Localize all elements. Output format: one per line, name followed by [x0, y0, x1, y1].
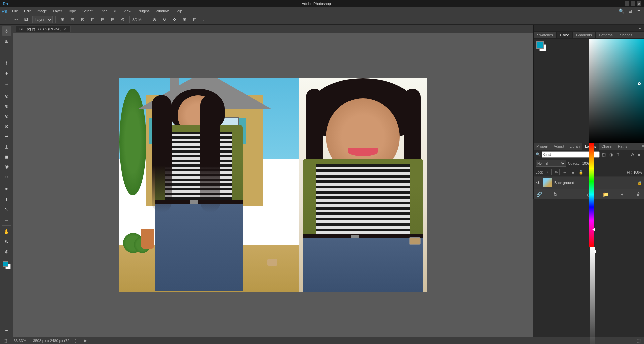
align-right-edges-btn[interactable]: ⊠: [78, 16, 87, 24]
align-left-edges-btn[interactable]: ⊞: [58, 16, 66, 24]
foreground-color-box[interactable]: [3, 261, 8, 267]
path-select-btn[interactable]: ↖: [2, 204, 11, 214]
extra-tools-btn[interactable]: •••: [2, 326, 11, 335]
delete-layer-btn[interactable]: 🗑: [635, 191, 642, 198]
object-select-btn[interactable]: ✦: [2, 69, 11, 78]
tab-properties[interactable]: Propert: [534, 143, 551, 150]
lock-all-btn[interactable]: 🔒: [578, 169, 584, 175]
statusbar-right-btn[interactable]: ⬚: [637, 338, 641, 343]
healing-tool-btn[interactable]: ⊕: [2, 101, 11, 111]
minimize-button[interactable]: —: [625, 1, 629, 6]
layer-transform-icon[interactable]: ⧉: [22, 16, 30, 24]
home-button[interactable]: ⌂: [2, 16, 10, 24]
tab-swatches[interactable]: Swatches: [534, 32, 557, 38]
3d-scale-btn[interactable]: ⊡: [191, 16, 199, 24]
brush-tool-btn[interactable]: ⊘: [2, 111, 11, 121]
eyedropper-tool-btn[interactable]: ⊘: [2, 91, 11, 101]
lock-image-btn[interactable]: ✏: [554, 169, 560, 175]
tab-patterns[interactable]: Patterns: [596, 32, 616, 38]
new-group-btn[interactable]: 📁: [602, 191, 609, 198]
history-brush-btn[interactable]: ↩: [2, 132, 11, 141]
add-mask-btn[interactable]: ⬚: [569, 191, 576, 198]
doc-tab-close-btn[interactable]: ✕: [64, 27, 67, 31]
eraser-tool-btn[interactable]: ◫: [2, 142, 11, 151]
crop-tool-btn[interactable]: ⌗: [2, 79, 11, 88]
layer-effects-btn[interactable]: fx: [552, 191, 559, 198]
menu-edit[interactable]: Edit: [21, 8, 33, 14]
menu-3d[interactable]: 3D: [110, 8, 120, 14]
gradient-field[interactable]: [589, 39, 644, 143]
rotate-view-btn[interactable]: ↻: [2, 237, 11, 246]
tab-adjustments[interactable]: Adjust: [551, 143, 567, 150]
layer-filter-toggle-btn[interactable]: ●: [636, 152, 642, 158]
close-button[interactable]: ✕: [637, 1, 641, 6]
statusbar-toggle-btn[interactable]: ⬚: [3, 338, 7, 343]
statusbar-arrow-btn[interactable]: ▶: [84, 338, 87, 343]
lock-artboard-btn[interactable]: ⊞: [570, 169, 576, 175]
3d-slide-btn[interactable]: ⊞: [181, 16, 189, 24]
lock-position-btn[interactable]: ✛: [562, 169, 568, 175]
tab-color[interactable]: Color: [557, 32, 573, 38]
align-vertical-centers-btn[interactable]: ⊟: [99, 16, 107, 24]
menu-filter[interactable]: Filter: [96, 8, 109, 14]
layer-filter-pixel-btn[interactable]: ⬚: [601, 152, 607, 158]
shape-tool-btn[interactable]: □: [2, 214, 11, 224]
layer-filter-shape-btn[interactable]: □: [622, 152, 628, 158]
marquee-tool-btn[interactable]: ⬚: [2, 49, 11, 58]
dodge-tool-btn[interactable]: ○: [2, 172, 11, 181]
link-layers-btn[interactable]: 🔗: [536, 191, 542, 198]
hue-slider[interactable]: [589, 143, 594, 247]
search-icon[interactable]: 🔍: [617, 7, 625, 15]
layer-mode-select[interactable]: Layer Group: [32, 16, 53, 23]
layer-filter-type-btn[interactable]: T: [615, 152, 621, 158]
tab-libraries[interactable]: Librari: [567, 143, 583, 150]
menu-plugins[interactable]: Plugins: [135, 8, 152, 14]
tab-gradients[interactable]: Gradients: [573, 32, 596, 38]
opacity-slider[interactable]: [590, 247, 595, 344]
layer-filter-adjust-btn[interactable]: ◑: [608, 152, 614, 158]
distribute-btn[interactable]: ⊜: [119, 16, 127, 24]
menu-view[interactable]: View: [121, 8, 134, 14]
menu-help[interactable]: Help: [172, 8, 185, 14]
move-tool-btn[interactable]: ⊹: [2, 26, 11, 36]
arrange-windows-icon[interactable]: ⊞: [626, 7, 634, 15]
3d-rotate-btn[interactable]: ⊙: [151, 16, 159, 24]
align-top-edges-btn[interactable]: ⊡: [89, 16, 97, 24]
lock-transparent-btn[interactable]: ⬚: [546, 169, 552, 175]
align-horizontal-centers-btn[interactable]: ⊟: [68, 16, 76, 24]
3d-roll-btn[interactable]: ↻: [161, 16, 169, 24]
maximize-button[interactable]: □: [631, 1, 635, 6]
blend-mode-select[interactable]: Normal Multiply Screen Overlay: [536, 160, 566, 167]
color-gradient-picker[interactable]: [589, 39, 644, 143]
workspace-icon[interactable]: ≡: [635, 7, 643, 15]
canvas-area[interactable]: BG.jpg @ 33.3% (RGB/8) ✕: [13, 25, 533, 337]
menu-image[interactable]: Image: [34, 8, 50, 14]
layers-panel-menu-btn[interactable]: ≡: [642, 143, 644, 150]
menu-layer[interactable]: Layer: [50, 8, 65, 14]
tab-shapes[interactable]: Shapes: [616, 32, 636, 38]
layer-filter-smart-btn[interactable]: ⊙: [629, 152, 635, 158]
pen-tool-btn[interactable]: ✒: [2, 184, 11, 194]
menu-select[interactable]: Select: [79, 8, 95, 14]
zoom-tool-btn[interactable]: ⊕: [2, 247, 11, 256]
clone-stamp-btn[interactable]: ⊛: [2, 121, 11, 131]
menu-type[interactable]: Type: [65, 8, 79, 14]
align-bottom-edges-btn[interactable]: ⊞: [109, 16, 117, 24]
fg-swatch[interactable]: [536, 41, 544, 49]
artboard-tool-btn[interactable]: ⊞: [2, 36, 11, 46]
document-tab-bg[interactable]: BG.jpg @ 33.3% (RGB/8) ✕: [16, 26, 71, 32]
type-tool-btn[interactable]: T: [2, 194, 11, 204]
gradient-tool-btn[interactable]: ▣: [2, 152, 11, 161]
lasso-tool-btn[interactable]: ⌇: [2, 59, 11, 68]
menu-file[interactable]: File: [9, 8, 21, 14]
hand-tool-btn[interactable]: ✋: [2, 227, 11, 236]
gradient-cursor[interactable]: [638, 82, 641, 85]
more-options-btn[interactable]: ...: [201, 16, 209, 24]
tab-paths[interactable]: Paths: [615, 143, 630, 150]
new-layer-btn[interactable]: +: [619, 191, 626, 198]
collapse-panel-btn[interactable]: «: [639, 26, 641, 31]
blur-tool-btn[interactable]: ◉: [2, 162, 11, 171]
layer-visibility-eye[interactable]: 👁: [536, 180, 541, 185]
tab-channels[interactable]: Chann: [599, 143, 615, 150]
3d-pan-btn[interactable]: ✛: [171, 16, 179, 24]
